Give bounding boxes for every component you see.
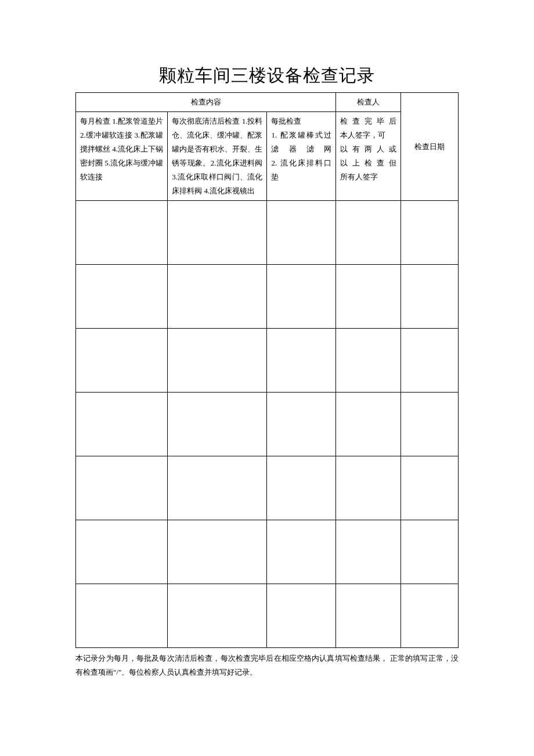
inspector-note-line5: 所有人签字 [340, 170, 396, 184]
blank-cell [267, 520, 336, 584]
blank-cell [168, 265, 267, 329]
inspector-signature-desc: 检查完毕后 本人签字，可 以有两人或 以上检查但 所有人签字 [336, 112, 401, 201]
blank-cell [401, 393, 459, 456]
blank-cell [267, 265, 336, 329]
blank-cell [401, 520, 459, 584]
inspector-note-line3: 以有两人或 [340, 142, 396, 156]
blank-cell [76, 456, 168, 520]
blank-cell [76, 201, 168, 265]
blank-cell [401, 201, 459, 265]
inspector-note-line1: 检查完毕后 [340, 114, 396, 128]
blank-cell [76, 584, 168, 648]
inspector-note-line2: 本人签字，可 [340, 128, 396, 142]
inspection-date-header: 检查日期 [401, 93, 459, 201]
monthly-check-desc: 每月检查 1.配浆管道垫片 2.缓冲罐软连接 3.配浆罐搅拌螺丝 4.流化床上下… [76, 112, 168, 201]
blank-cell [168, 456, 267, 520]
inspection-content-header: 检查内容 [76, 93, 336, 112]
inspector-note-line4: 以上检查但 [340, 156, 396, 170]
footer-note-line1: 本记录分为每月，每批及每次清洁后检查，每次检查完毕后在相应空格内认真填写检查结果… [75, 654, 388, 663]
table-row [76, 456, 459, 520]
table-row [76, 265, 459, 329]
per-batch-label: 每批检查 [271, 114, 331, 128]
footer-note: 本记录分为每月，每批及每次清洁后检查，每次检查完毕后在相应空格内认真填写检查结果… [75, 651, 459, 679]
inspector-header: 检查人 [336, 93, 401, 112]
blank-cell [168, 520, 267, 584]
per-batch-item-2a: 2. 流化床排料口垫 [271, 156, 331, 184]
blank-cell [267, 584, 336, 648]
table-row [76, 201, 459, 265]
blank-cell [401, 456, 459, 520]
page-title: 颗粒车间三楼设备检查记录 [75, 64, 459, 88]
blank-cell [401, 584, 459, 648]
blank-cell [76, 329, 168, 393]
blank-cell [267, 393, 336, 456]
blank-cell [168, 201, 267, 265]
table-row [76, 329, 459, 393]
blank-cell [401, 329, 459, 393]
blank-cell [401, 265, 459, 329]
blank-cell [168, 393, 267, 456]
table-row [76, 584, 459, 648]
blank-cell [76, 520, 168, 584]
table-row [76, 520, 459, 584]
blank-cell [267, 329, 336, 393]
blank-cell [336, 584, 401, 648]
blank-cell [336, 329, 401, 393]
per-batch-check-desc: 每批检查 1. 配浆罐棒式过滤器滤网 2. 流化床排料口垫 [267, 112, 336, 201]
blank-cell [336, 265, 401, 329]
per-batch-item-1a: 1. 配浆罐棒式过滤器滤网 [271, 128, 331, 156]
blank-cell [336, 456, 401, 520]
blank-cell [76, 393, 168, 456]
blank-cell [267, 201, 336, 265]
blank-cell [336, 393, 401, 456]
blank-cell [168, 584, 267, 648]
inspection-table: 检查内容 检查人 检查日期 每月检查 1.配浆管道垫片 2.缓冲罐软连接 3.配… [75, 92, 459, 648]
blank-cell [336, 201, 401, 265]
table-row [76, 393, 459, 456]
blank-cell [336, 520, 401, 584]
blank-cell [267, 456, 336, 520]
blank-cell [168, 329, 267, 393]
blank-cell [76, 265, 168, 329]
header-row-1: 检查内容 检查人 检查日期 [76, 93, 459, 112]
after-clean-check-desc: 每次彻底清洁后检查 1.投料仓、流化床、缓冲罐、配浆罐内是否有积水、开裂、生锈等… [168, 112, 267, 201]
